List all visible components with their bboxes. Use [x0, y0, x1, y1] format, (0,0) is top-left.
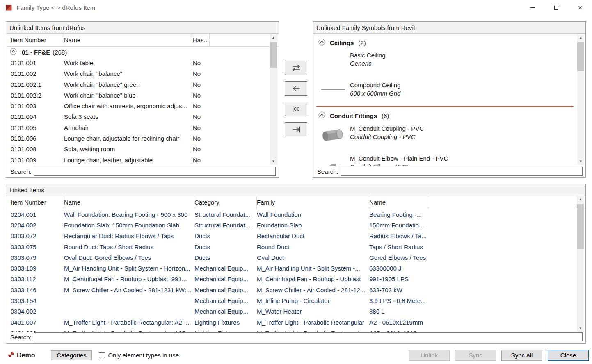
scrollbar-track[interactable] [577, 41, 584, 158]
type-name: Generic [350, 59, 386, 68]
only-in-use-checkbox[interactable] [99, 352, 105, 358]
cell-type-name: 3.9 LPS - 0.8 Mete... [369, 297, 428, 304]
table-row[interactable]: 0101.005 Armchair No [6, 122, 279, 133]
unlinked-drofus-panel: Unlinked Items from dRofus Item Number N… [6, 21, 279, 178]
table-row[interactable]: 0303.146 M_Screw Chiller - Air Cooled - … [6, 284, 585, 295]
swap-link-button[interactable] [285, 61, 307, 75]
cell-has: No [191, 146, 210, 152]
cell-name: Oval Duct: Gored Elbows / Tees [64, 254, 194, 261]
linked-items-search-input[interactable] [34, 332, 583, 341]
revit-group-conduit-fittings[interactable]: Conduit Fittings (6) [318, 110, 389, 121]
cell-item-number: 0303.072 [11, 232, 64, 239]
scrollbar-track[interactable] [270, 41, 277, 158]
cell-type-name: A2 - 0610x1219mm [369, 319, 428, 326]
sync-all-button[interactable]: Sync all [501, 350, 542, 361]
link-all-left-button[interactable] [285, 102, 307, 116]
cell-name: Lounge chair, adjustable for reclining c… [64, 135, 191, 142]
table-row[interactable]: 0101.002 Work chair, "balance" No [6, 68, 279, 79]
close-button[interactable]: Close [548, 350, 589, 361]
cell-name: Sofa, waiting room [64, 146, 191, 152]
cell-type-name: 991-1905 LPS [369, 275, 428, 282]
cell-name: Foundation Slab: 150mm Foundation Slab [64, 222, 194, 229]
cell-category: Mechanical Equip... [194, 265, 257, 272]
link-selected-left-button[interactable] [285, 81, 307, 96]
scroll-up-icon[interactable]: ▲ [577, 196, 584, 203]
cell-family: M_Air Handling Unit - Split System -... [257, 265, 369, 272]
unlinked-revit-search-input[interactable] [341, 167, 583, 176]
categories-button[interactable]: Categories [51, 350, 92, 360]
column-header-type-name[interactable]: Name [369, 196, 428, 209]
revit-group-ceilings[interactable]: Ceilings (2) [318, 37, 366, 48]
scroll-down-icon[interactable]: ▼ [577, 325, 584, 332]
search-label: Search: [10, 334, 32, 341]
table-row[interactable]: 0204.002 Foundation Slab: 150mm Foundati… [6, 220, 585, 230]
sync-button[interactable]: Sync [455, 350, 496, 361]
table-row[interactable]: 0204.001 Wall Foundation: Bearing Footin… [6, 209, 585, 220]
cell-name: M_Air Handling Unit - Split System - Hor… [64, 265, 194, 272]
table-row[interactable]: 0401.008 M_Troffer Light - Parabolic Rec… [6, 328, 585, 332]
table-row[interactable]: 0303.072 Rectangular Duct: Radius Elbows… [6, 231, 585, 241]
scrollbar-thumb[interactable] [270, 42, 277, 68]
table-row[interactable]: 0101.009 Lounge chair, leather, adjustab… [6, 155, 279, 165]
column-header-category[interactable]: Category [194, 196, 257, 209]
minimize-button[interactable] [521, 0, 544, 15]
double-arrow-to-left-bar-icon [291, 105, 301, 113]
cell-type-name: 633-703 kW [369, 287, 428, 293]
revit-item-compound-ceiling[interactable]: Compound Ceiling 600 x 600mm Grid [320, 81, 400, 98]
group-count: (2) [358, 39, 366, 46]
table-row[interactable]: 0303.109 M_Air Handling Unit - Split Sys… [6, 263, 585, 273]
unlinked-drofus-scrollbar[interactable]: ▲ ▼ [270, 34, 277, 165]
ceiling-line-thumbnail [320, 81, 346, 98]
scroll-up-icon[interactable]: ▲ [577, 34, 584, 41]
scroll-down-icon[interactable]: ▼ [577, 158, 584, 165]
unlink-right-button[interactable] [285, 122, 307, 136]
column-header-item-number[interactable]: Item Number [11, 33, 64, 46]
column-header-name[interactable]: Name [64, 33, 191, 46]
table-row[interactable]: 0101.001 Work table No [6, 57, 279, 68]
linked-items-scrollbar[interactable]: ▲ ▼ [577, 196, 584, 332]
table-row[interactable]: 0101.002:2 Work chair, "balance" blue No [6, 90, 279, 100]
scroll-up-icon[interactable]: ▲ [270, 34, 277, 41]
column-header-has[interactable]: Has... [191, 33, 210, 46]
unlinked-drofus-search-input[interactable] [34, 167, 276, 176]
cell-item-number: 0101.003 [11, 102, 64, 109]
collapse-chevron-icon[interactable] [318, 111, 325, 120]
table-row[interactable]: 0304.002 Mechanical Equip... M_Water Hea… [6, 306, 585, 317]
only-in-use-checkbox-row[interactable]: Only element types in use [99, 352, 179, 359]
cell-item-number: 0303.146 [11, 287, 64, 293]
column-header-item-number[interactable]: Item Number [11, 196, 64, 209]
revit-item-conduit-elbow[interactable]: M_Conduit Elbow - Plain End - PVC Condui… [320, 154, 448, 166]
table-row[interactable]: 0101.006 Lounge chair, adjustable for re… [6, 133, 279, 143]
table-row[interactable]: 0303.075 Round Duct: Taps / Short Radius… [6, 241, 585, 252]
drofus-group-row-ffe[interactable]: 01 - FF&E (268) [6, 47, 279, 57]
scrollbar-thumb[interactable] [577, 204, 584, 249]
close-window-button[interactable]: ✕ [568, 0, 592, 15]
table-row[interactable]: 0101.002:1 Work chair, "balance" green N… [6, 79, 279, 90]
maximize-button[interactable] [544, 0, 568, 15]
search-label: Search: [317, 168, 338, 175]
revit-item-conduit-coupling[interactable]: M_Conduit Coupling - PVC Conduit Couplin… [320, 124, 424, 146]
unlinked-drofus-rows: 0101.001 Work table No 0101.002 Work cha… [6, 57, 279, 165]
unlinked-revit-scrollbar[interactable]: ▲ ▼ [577, 34, 584, 165]
table-row[interactable]: 0101.008 Sofa, waiting room No [6, 144, 279, 155]
scrollbar-thumb[interactable] [577, 42, 584, 71]
table-row[interactable]: 0303.079 Oval Duct: Gored Elbows / Tees … [6, 252, 585, 263]
revit-item-basic-ceiling[interactable]: Basic Ceiling Generic [320, 51, 386, 68]
table-row[interactable]: 0101.003 Office chair with armrests, erg… [6, 100, 279, 111]
table-row[interactable]: 0401.007 M_Troffer Light - Parabolic Rec… [6, 317, 585, 328]
collapse-chevron-icon[interactable] [318, 39, 325, 47]
unlink-button[interactable]: Unlink [409, 350, 450, 361]
column-header-family[interactable]: Family [257, 196, 369, 209]
drofus-logo-icon [7, 351, 15, 359]
search-label: Search: [10, 168, 32, 175]
cell-has: No [191, 124, 210, 131]
cell-item-number: 0101.002:1 [11, 81, 64, 88]
unlinked-drofus-column-headers: Item Number Name Has... [6, 33, 279, 47]
table-row[interactable]: 0101.004 Sofa 3 seats No [6, 111, 279, 122]
scrollbar-track[interactable] [577, 203, 584, 325]
column-header-name[interactable]: Name [64, 196, 194, 209]
table-row[interactable]: 0303.112 M_Centrifugal Fan - Rooftop - U… [6, 274, 585, 284]
table-row[interactable]: 0303.154 Mechanical Equip... M_Inline Pu… [6, 295, 585, 306]
scroll-down-icon[interactable]: ▼ [270, 158, 277, 165]
collapse-chevron-icon[interactable] [10, 48, 17, 56]
